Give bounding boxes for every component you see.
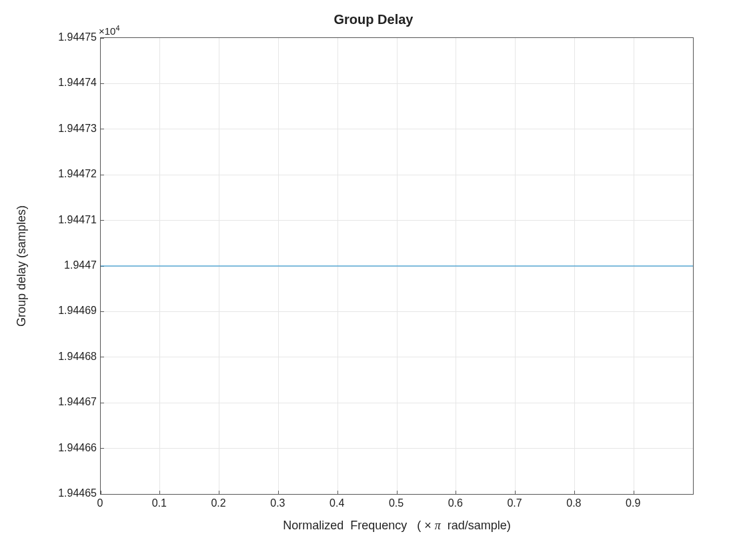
y-tick-label: 1.94466 [58, 442, 97, 454]
figure: Group Delay ×104 00.10.20.30.40.50.60.70… [0, 0, 747, 560]
y-tick-label: 1.94473 [58, 123, 97, 135]
x-tick-label: 0.7 [507, 497, 522, 509]
y-tick-label: 1.94471 [58, 214, 97, 226]
x-tick-label: 0.9 [626, 497, 640, 509]
x-tick-label: 0.1 [152, 497, 167, 509]
y-tick-label: 1.9447 [64, 259, 97, 271]
y-tick-label: 1.94465 [58, 487, 97, 499]
y-axis-label: Group delay (samples) [15, 205, 29, 327]
x-axis-label: Normalized Frequency ( × π rad/sample) [100, 519, 694, 533]
x-tick-label: 0.4 [329, 497, 344, 509]
y-tick-label: 1.94467 [58, 396, 97, 408]
y-axis-exponent: ×104 [99, 24, 120, 37]
plot-svg [101, 38, 693, 494]
x-axis-label-text: Normalized Frequency ( × π rad/sample) [283, 519, 511, 532]
y-tick-label: 1.94475 [58, 31, 97, 43]
y-tick-label: 1.94468 [58, 351, 97, 363]
x-tick-label: 0.3 [270, 497, 285, 509]
plot-area [100, 37, 694, 495]
x-tick-label: 0 [97, 497, 103, 509]
x-tick-label: 0.5 [389, 497, 404, 509]
y-tick-label: 1.94472 [58, 168, 97, 180]
y-tick-label: 1.94469 [58, 305, 97, 317]
x-tick-label: 0.6 [448, 497, 463, 509]
x-tick-label: 0.2 [211, 497, 225, 509]
x-tick-label: 0.8 [566, 497, 581, 509]
y-tick-label: 1.94474 [58, 77, 97, 89]
